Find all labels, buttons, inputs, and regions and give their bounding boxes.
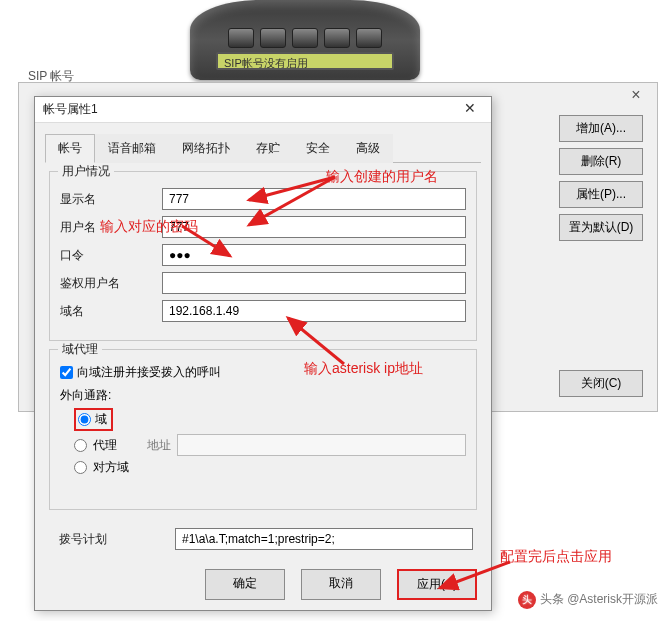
phone-button	[292, 28, 318, 48]
register-checkbox-label: 向域注册并接受拨入的呼叫	[77, 364, 221, 381]
close-button[interactable]: 关闭(C)	[559, 370, 643, 397]
proxy-address-field	[177, 434, 466, 456]
phone-button	[356, 28, 382, 48]
radio-domain-highlight: 域	[74, 408, 113, 431]
label-dial-plan: 拨号计划	[59, 531, 169, 548]
radio-proxy[interactable]	[74, 439, 87, 452]
radio-domain-label: 域	[95, 411, 107, 428]
dialog-button-bar: 确定 取消 应用(A)	[205, 569, 477, 600]
address-label: 地址	[147, 437, 171, 454]
ok-button[interactable]: 确定	[205, 569, 285, 600]
phone-button	[324, 28, 350, 48]
annotation-apply: 配置完后点击应用	[500, 548, 612, 566]
add-button[interactable]: 增加(A)...	[559, 115, 643, 142]
tab-strip: 帐号 语音邮箱 网络拓扑 存贮 安全 高级	[45, 133, 481, 163]
tab-storage[interactable]: 存贮	[243, 134, 293, 163]
password-field[interactable]	[162, 244, 466, 266]
group-user-title: 用户情况	[58, 163, 114, 180]
phone-button-row	[190, 28, 420, 48]
close-icon[interactable]: ×	[615, 83, 657, 109]
label-domain: 域名	[60, 303, 156, 320]
display-name-field[interactable]	[162, 188, 466, 210]
apply-button[interactable]: 应用(A)	[397, 569, 477, 600]
softphone-device: SIP帐号没有启用	[190, 0, 420, 80]
radio-domain[interactable]	[78, 413, 91, 426]
tab-advanced[interactable]: 高级	[343, 134, 393, 163]
close-icon[interactable]: ✕	[457, 100, 483, 120]
user-name-field[interactable]	[162, 216, 466, 238]
register-checkbox[interactable]	[60, 366, 73, 379]
radio-proxy-label: 代理	[93, 437, 117, 454]
domain-field[interactable]	[162, 300, 466, 322]
tab-voicemail[interactable]: 语音邮箱	[95, 134, 169, 163]
tab-security[interactable]: 安全	[293, 134, 343, 163]
annotation-password: 输入对应的密码	[100, 218, 198, 236]
radio-peer-domain[interactable]	[74, 461, 87, 474]
label-auth-user: 鉴权用户名	[60, 275, 156, 292]
annotation-ip: 输入asterisk ip地址	[304, 360, 423, 378]
phone-button	[260, 28, 286, 48]
phone-lcd-text: SIP帐号没有启用	[216, 52, 394, 70]
radio-peer-domain-label: 对方域	[93, 459, 129, 476]
watermark: 头头条 @Asterisk开源派	[518, 591, 658, 609]
side-button-panel: 增加(A)... 删除(R) 属性(P)... 置为默认(D)	[559, 115, 643, 241]
outbound-radio-group: 域 代理 地址 对方域	[74, 408, 466, 476]
annotation-username: 输入创建的用户名	[326, 168, 438, 186]
group-user-info: 用户情况 显示名 用户名 口令 鉴权用户名 域名	[49, 171, 477, 341]
label-display-name: 显示名	[60, 191, 156, 208]
phone-button	[228, 28, 254, 48]
set-default-button[interactable]: 置为默认(D)	[559, 214, 643, 241]
watermark-avatar-icon: 头	[518, 591, 536, 609]
watermark-text: 头条 @Asterisk开源派	[540, 592, 658, 606]
label-password: 口令	[60, 247, 156, 264]
tab-account[interactable]: 帐号	[45, 134, 95, 163]
delete-button[interactable]: 删除(R)	[559, 148, 643, 175]
auth-user-field[interactable]	[162, 272, 466, 294]
outbound-routing-label: 外向通路:	[60, 387, 466, 404]
cancel-button[interactable]: 取消	[301, 569, 381, 600]
group-proxy-title: 域代理	[58, 341, 102, 358]
tab-topology[interactable]: 网络拓扑	[169, 134, 243, 163]
dialog-titlebar: 帐号属性1 ✕	[35, 97, 491, 123]
dialog-title: 帐号属性1	[43, 101, 98, 118]
properties-button[interactable]: 属性(P)...	[559, 181, 643, 208]
dial-plan-field[interactable]	[175, 528, 473, 550]
